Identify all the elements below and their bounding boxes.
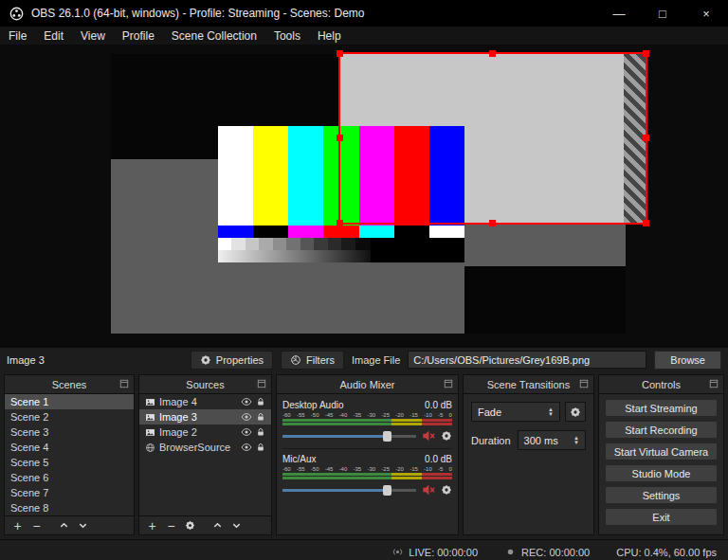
sources-panel-title: Sources bbox=[186, 379, 224, 390]
exit-button[interactable]: Exit bbox=[605, 508, 718, 526]
scene-list-item[interactable]: Scene 3 bbox=[5, 425, 134, 440]
move-scene-up-button[interactable] bbox=[56, 518, 72, 533]
menu-file[interactable]: File bbox=[0, 27, 35, 45]
add-scene-button[interactable]: + bbox=[9, 518, 26, 533]
source-list-item[interactable]: Image 2 bbox=[139, 425, 271, 440]
image-file-path-input[interactable] bbox=[408, 351, 646, 369]
channel-name: Desktop Audio bbox=[282, 400, 344, 410]
source-list-item[interactable]: Image 3 bbox=[139, 409, 271, 425]
scene-list-item[interactable]: Scene 5 bbox=[5, 455, 134, 470]
scene-list-item[interactable]: Scene 6 bbox=[5, 470, 134, 485]
selection-handle-top-middle[interactable] bbox=[489, 50, 496, 57]
start-virtual-camera-button[interactable]: Start Virtual Camera bbox=[605, 443, 718, 461]
selected-source-label: Image 3 bbox=[7, 354, 45, 366]
scenes-panel-header[interactable]: Scenes bbox=[5, 375, 134, 394]
selection-handle-bottom-left[interactable] bbox=[337, 220, 343, 226]
source-list-item[interactable]: BrowserSource bbox=[139, 440, 271, 455]
rec-status-text: REC: 00:00:00 bbox=[521, 547, 590, 558]
sources-panel-header[interactable]: Sources bbox=[139, 375, 271, 394]
move-source-up-button[interactable] bbox=[209, 518, 226, 533]
scene-list-item[interactable]: Scene 1 bbox=[5, 394, 134, 409]
add-source-button[interactable]: + bbox=[144, 518, 160, 533]
studio-mode-button[interactable]: Studio Mode bbox=[605, 464, 718, 482]
lock-icon[interactable] bbox=[256, 443, 265, 452]
scene-canvas[interactable] bbox=[111, 54, 626, 334]
menu-bar: File Edit View Profile Scene Collection … bbox=[0, 27, 728, 45]
duration-value: 300 ms bbox=[524, 435, 558, 446]
selection-bounding-box[interactable] bbox=[338, 52, 647, 225]
lock-icon[interactable] bbox=[256, 397, 265, 406]
filters-button[interactable]: Filters bbox=[281, 351, 344, 370]
mixer-channel-mic-aux: Mic/Aux 0.0 dB -60-55-50-45-40-35-30-25-… bbox=[282, 448, 452, 502]
source-properties-gear-icon[interactable] bbox=[182, 518, 198, 533]
dock-icon bbox=[444, 379, 453, 388]
audio-mixer-panel-title: Audio Mixer bbox=[339, 379, 394, 390]
duration-spinbox[interactable]: 300 ms ▲ ▼ bbox=[518, 430, 586, 450]
volume-slider[interactable] bbox=[282, 435, 416, 438]
audio-mixer-panel: Audio Mixer Desktop Audio 0.0 dB -60-55-… bbox=[276, 374, 459, 535]
properties-button[interactable]: Properties bbox=[191, 351, 273, 370]
lock-icon[interactable] bbox=[256, 412, 265, 422]
sources-list: Image 4 Image 3 Image 2 bbox=[139, 394, 271, 515]
scene-list-item[interactable]: Scene 4 bbox=[5, 440, 134, 455]
mute-speaker-icon[interactable] bbox=[422, 429, 435, 443]
volume-meter bbox=[282, 473, 452, 476]
scene-transitions-body: Fade ▲ ▼ Duration 300 ms ▲ ▼ bbox=[464, 394, 593, 534]
channel-settings-gear-icon[interactable] bbox=[441, 484, 452, 496]
volume-slider-thumb[interactable] bbox=[383, 431, 391, 442]
start-streaming-button[interactable]: Start Streaming bbox=[605, 399, 718, 417]
close-button[interactable]: × bbox=[684, 0, 728, 27]
menu-view[interactable]: View bbox=[72, 27, 114, 45]
visibility-eye-icon[interactable] bbox=[241, 442, 252, 453]
visibility-eye-icon[interactable] bbox=[241, 426, 252, 438]
remove-source-button[interactable]: − bbox=[163, 518, 179, 533]
audio-mixer-panel-header[interactable]: Audio Mixer bbox=[277, 375, 458, 394]
combo-spinner-icons[interactable]: ▲ ▼ bbox=[548, 407, 554, 417]
transition-settings-gear-icon[interactable] bbox=[565, 402, 586, 422]
move-source-down-button[interactable] bbox=[228, 518, 245, 533]
scenes-panel: Scenes Scene 1 Scene 2 Scene 3 Scene 4 S… bbox=[4, 374, 135, 535]
minimize-button[interactable]: — bbox=[597, 0, 641, 27]
scene-list-item[interactable]: Scene 7 bbox=[5, 485, 134, 500]
settings-button[interactable]: Settings bbox=[605, 486, 718, 504]
channel-settings-gear-icon[interactable] bbox=[441, 430, 452, 442]
start-recording-button[interactable]: Start Recording bbox=[605, 421, 718, 439]
selection-handle-bottom-middle[interactable] bbox=[489, 220, 496, 226]
selection-handle-middle-left[interactable] bbox=[337, 135, 343, 141]
lock-icon[interactable] bbox=[256, 427, 265, 437]
scene-transitions-panel: Scene Transitions Fade ▲ ▼ Duration bbox=[463, 374, 594, 535]
scene-list-item[interactable]: Scene 2 bbox=[5, 409, 134, 425]
selection-handle-top-right[interactable] bbox=[643, 50, 649, 57]
scene-transitions-panel-header[interactable]: Scene Transitions bbox=[464, 375, 593, 394]
live-status: LIVE: 00:00:00 bbox=[391, 546, 478, 558]
duration-spinner-icons[interactable]: ▲ ▼ bbox=[573, 436, 579, 445]
properties-label: Properties bbox=[216, 354, 264, 366]
scenes-panel-title: Scenes bbox=[52, 379, 87, 390]
source-list-item[interactable]: Image 4 bbox=[139, 394, 271, 409]
volume-slider[interactable] bbox=[282, 489, 416, 492]
maximize-button[interactable]: □ bbox=[641, 0, 684, 27]
browse-button[interactable]: Browse bbox=[654, 351, 721, 370]
scene-source-black-bottom-right[interactable] bbox=[464, 266, 626, 334]
scene-list-item[interactable]: Scene 8 bbox=[5, 500, 134, 515]
selection-handle-top-left[interactable] bbox=[337, 50, 343, 57]
menu-edit[interactable]: Edit bbox=[35, 27, 72, 45]
menu-tools[interactable]: Tools bbox=[265, 27, 309, 45]
controls-panel-header[interactable]: Controls bbox=[599, 375, 723, 394]
gear-icon bbox=[200, 354, 211, 366]
visibility-eye-icon[interactable] bbox=[241, 396, 252, 407]
menu-help[interactable]: Help bbox=[309, 27, 350, 45]
remove-scene-button[interactable]: − bbox=[28, 518, 45, 533]
volume-slider-thumb[interactable] bbox=[383, 485, 391, 496]
selection-handle-middle-right[interactable] bbox=[643, 135, 649, 141]
menu-profile[interactable]: Profile bbox=[114, 27, 163, 45]
selection-handle-bottom-right[interactable] bbox=[643, 220, 649, 226]
visibility-eye-icon[interactable] bbox=[241, 411, 252, 423]
menu-scene-collection[interactable]: Scene Collection bbox=[163, 27, 265, 45]
mute-speaker-icon[interactable] bbox=[422, 483, 435, 497]
transition-select[interactable]: Fade ▲ ▼ bbox=[471, 402, 560, 422]
volume-meter bbox=[282, 477, 452, 479]
move-scene-down-button[interactable] bbox=[75, 518, 91, 533]
image-icon bbox=[145, 397, 155, 407]
transition-selected-value: Fade bbox=[478, 406, 501, 418]
